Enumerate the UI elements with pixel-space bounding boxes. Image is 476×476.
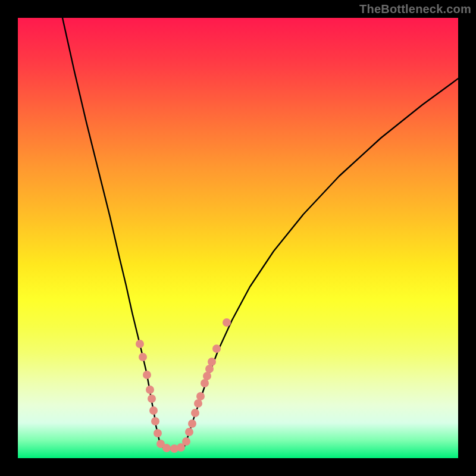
data-point-marker	[203, 372, 211, 380]
data-point-marker	[194, 399, 202, 408]
data-point-marker	[205, 365, 214, 373]
data-point-marker	[148, 394, 156, 403]
data-point-marker	[182, 437, 190, 446]
watermark-text: TheBottleneck.com	[359, 2, 471, 16]
chart-frame: TheBottleneck.com	[0, 0, 476, 476]
data-point-marker	[185, 428, 193, 436]
data-point-marker	[154, 429, 162, 437]
data-point-marker	[188, 419, 196, 428]
data-point-marker	[143, 371, 151, 379]
data-point-marker	[212, 345, 221, 353]
data-point-marker	[223, 318, 231, 327]
data-point-marker	[208, 358, 216, 366]
data-point-marker	[139, 353, 147, 361]
data-point-marker	[149, 406, 158, 415]
data-point-marker	[151, 417, 159, 425]
data-point-marker	[196, 392, 205, 400]
curve-path	[62, 18, 458, 449]
data-point-marker	[136, 340, 144, 348]
data-point-marker	[201, 379, 209, 387]
bottleneck-curve	[18, 18, 458, 458]
plot-area	[18, 18, 458, 458]
data-point-marker	[162, 444, 171, 452]
data-point-marker	[191, 409, 199, 417]
data-point-marker	[146, 386, 154, 394]
